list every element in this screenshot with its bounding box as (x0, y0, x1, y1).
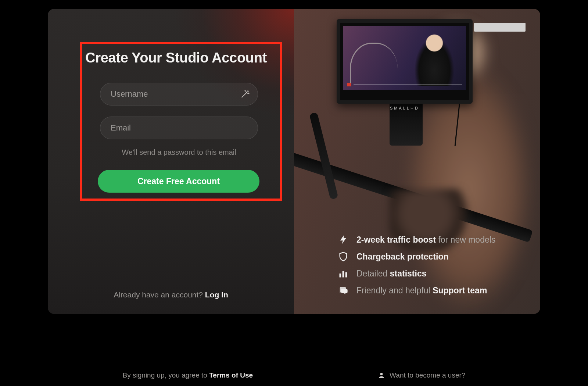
hero-panel: SMALLHD 2-week traffic boost for new mod… (294, 9, 540, 314)
username-input[interactable] (100, 83, 258, 106)
svg-rect-2 (345, 272, 347, 278)
user-icon (378, 372, 385, 379)
benefit-chargeback: Chargeback protection (338, 251, 526, 262)
already-prefix: Already have an account? (114, 290, 205, 299)
terms-text: By signing up, you agree to Terms of Use (123, 371, 253, 379)
terms-prefix: By signing up, you agree to (123, 371, 209, 379)
record-icon (347, 83, 351, 86)
chat-icon (338, 285, 348, 296)
terms-of-use-link[interactable]: Terms of Use (209, 371, 253, 379)
benefits-list: 2-week traffic boost for new models Char… (338, 235, 526, 296)
become-user-label: Want to become a user? (390, 371, 465, 379)
already-have-account: Already have an account? Log In (70, 290, 272, 299)
benefit-strong: Chargeback protection (356, 252, 449, 261)
page-footer: By signing up, you agree to Terms of Use… (0, 371, 588, 379)
create-account-button[interactable]: Create Free Account (98, 170, 259, 193)
benefit-muted: for new models (438, 235, 495, 244)
email-field (100, 117, 258, 139)
benefit-muted: Friendly and helpful (356, 286, 433, 295)
benefit-strong: 2-week traffic boost (356, 235, 438, 244)
username-field (100, 83, 258, 106)
bolt-icon (338, 235, 348, 245)
svg-rect-1 (343, 271, 344, 278)
email-helper-text: We'll send a password to this email (100, 148, 258, 157)
camera-monitor: SMALLHD (337, 19, 473, 104)
benefit-traffic-boost: 2-week traffic boost for new models (338, 235, 526, 245)
benefit-strong: Support team (433, 286, 487, 295)
shield-icon (338, 251, 348, 262)
benefit-statistics: Detailed statistics (338, 268, 526, 279)
signup-title: Create Your Studio Account (85, 50, 276, 66)
signup-form: Create Your Studio Account We'll send a (85, 42, 276, 193)
monitor-screen (343, 26, 466, 90)
benefit-muted: Detailed (356, 269, 390, 278)
monitor-brand: SMALLHD (390, 106, 419, 110)
magic-wand-icon[interactable] (240, 89, 250, 99)
svg-point-3 (380, 373, 383, 375)
become-user-link[interactable]: Want to become a user? (378, 371, 465, 379)
benefit-strong: statistics (390, 269, 427, 278)
email-input[interactable] (100, 117, 258, 139)
login-link[interactable]: Log In (205, 290, 228, 299)
watermark-strip (474, 23, 526, 32)
bar-chart-icon (338, 268, 348, 279)
svg-rect-0 (340, 274, 341, 278)
signup-card: Create Your Studio Account We'll send a (48, 9, 540, 314)
benefit-support: Friendly and helpful Support team (338, 285, 526, 296)
signup-left-panel: Create Your Studio Account We'll send a (48, 9, 294, 314)
